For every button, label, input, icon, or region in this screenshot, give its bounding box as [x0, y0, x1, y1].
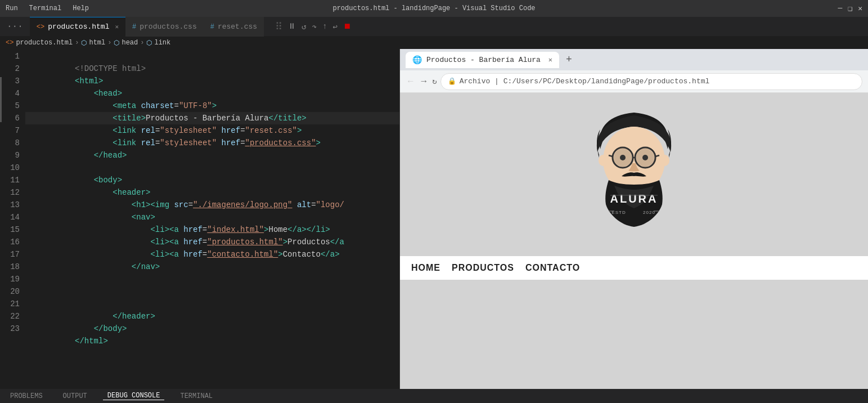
window-controls[interactable]: — ❑ ✕ [838, 4, 862, 13]
browser-toolbar: ← → ↻ 🔒 Archivo | C:/Users/PC/Desktop/la… [400, 70, 868, 93]
browser-tab-bar: 🌐 Productos - Barbería Alura ✕ + [400, 49, 868, 70]
css-file-icon-1: # [132, 23, 136, 31]
toolbar-sep: ⠿ [275, 20, 282, 33]
tab-productos-html[interactable]: <> productos.html ✕ [30, 17, 125, 37]
logo-svg: ALURA ESTD 2020 [578, 104, 690, 250]
code-line-1: <!DOCTYPE html> [25, 50, 399, 62]
tab-overflow[interactable]: ··· [0, 21, 30, 32]
tab-productos-css[interactable]: # productos.css [125, 17, 204, 37]
barber-logo: ALURA ESTD 2020 [578, 104, 690, 250]
browser-pane: 🌐 Productos - Barbería Alura ✕ + ← → ↻ 🔒… [399, 49, 868, 389]
maximize-button[interactable]: ❑ [848, 4, 852, 13]
back-button[interactable]: ← [406, 74, 416, 89]
bottom-tab-debug[interactable]: DEBUG CONSOLE [103, 392, 165, 400]
address-text: Archivo | C:/Users/PC/Desktop/landidngPa… [460, 77, 710, 86]
step-back-icon[interactable]: ↩ [332, 22, 337, 32]
breadcrumb-sep-2: › [107, 39, 111, 47]
nav-contacto[interactable]: CONTACTO [525, 263, 580, 273]
step-over-icon[interactable]: ↷ [312, 22, 317, 32]
debug-toolbar: ⠿ ⏸ ↺ ↷ ↑ ↩ ⏹ [275, 20, 351, 33]
css-file-icon-2: # [210, 23, 214, 31]
new-tab-button[interactable]: + [566, 54, 572, 65]
menu-bar[interactable]: Run Terminal Help [6, 5, 89, 12]
menu-terminal[interactable]: Terminal [29, 5, 62, 12]
breadcrumb-file[interactable]: productos.html [16, 39, 73, 47]
code-line-21: </header> [25, 298, 399, 310]
lock-icon: 🔒 [448, 77, 456, 86]
title-bar: Run Terminal Help productos.html - landi… [0, 0, 868, 17]
breadcrumb-element-icon-3: ⬡ [146, 39, 152, 47]
nav-productos[interactable]: PRODUCTOS [452, 263, 514, 273]
browser-tab-title: Productos - Barbería Alura [426, 56, 541, 64]
breadcrumb-html[interactable]: html [89, 39, 105, 47]
browser-active-tab[interactable]: 🌐 Productos - Barbería Alura ✕ [406, 52, 559, 68]
browser-tab-icon: 🌐 [412, 55, 422, 65]
tab-label-productos-css: productos.css [140, 23, 196, 31]
nav-home[interactable]: HOME [411, 263, 440, 273]
svg-point-8 [620, 155, 626, 160]
scroll-indicator [0, 77, 2, 122]
tab-close-productos-html[interactable]: ✕ [115, 23, 119, 30]
bottom-tab-problems[interactable]: PROBLEMS [6, 392, 47, 400]
bottom-bar: PROBLEMS OUTPUT DEBUG CONSOLE TERMINAL [0, 389, 868, 403]
breadcrumb-sep-1: › [75, 39, 79, 47]
browser-content: ALURA ESTD 2020 [400, 93, 868, 389]
svg-point-9 [642, 155, 648, 160]
pause-icon[interactable]: ⏸ [288, 22, 296, 31]
site-header: ALURA ESTD 2020 [400, 93, 868, 256]
breadcrumb-html-icon: <> [6, 39, 14, 47]
code-line-20 [25, 285, 399, 298]
restart-icon[interactable]: ↺ [302, 22, 306, 32]
bottom-tab-terminal[interactable]: TERMINAL [176, 392, 217, 400]
reload-button[interactable]: ↻ [432, 77, 437, 86]
breadcrumb: <> productos.html › ⬡ html › ⬡ head › ⬡ … [0, 37, 868, 49]
code-editor[interactable]: 12345 678910 1112131415 1617181920 21222… [0, 49, 399, 389]
breadcrumb-head[interactable]: head [122, 39, 138, 47]
breadcrumb-link[interactable]: link [154, 39, 170, 47]
step-out-icon[interactable]: ↑ [322, 22, 327, 31]
tab-label-productos-html: productos.html [48, 23, 109, 31]
breadcrumb-sep-3: › [140, 39, 144, 47]
svg-text:ESTD: ESTD [611, 210, 626, 215]
svg-text:2020: 2020 [643, 210, 655, 215]
svg-point-16 [599, 155, 608, 166]
main-content: 12345 678910 1112131415 1617181920 21222… [0, 49, 868, 389]
stop-icon[interactable]: ⏹ [343, 22, 351, 31]
breadcrumb-element-icon-1: ⬡ [81, 39, 87, 47]
site-nav: HOME PRODUCTOS CONTACTO [400, 256, 868, 280]
code-line-19 [25, 273, 399, 285]
bottom-tab-output[interactable]: OUTPUT [59, 392, 92, 400]
menu-help[interactable]: Help [73, 5, 89, 12]
forward-button[interactable]: → [419, 74, 429, 89]
tab-reset-css[interactable]: # reset.css [204, 17, 264, 37]
minimize-button[interactable]: — [838, 4, 843, 13]
editor-content: 12345 678910 1112131415 1617181920 21222… [0, 49, 399, 335]
close-button[interactable]: ✕ [858, 4, 862, 13]
code-line-10: <body> [25, 162, 399, 174]
window-title: productos.html - landidngPage - Visual S… [332, 5, 535, 12]
svg-point-17 [660, 155, 669, 166]
html-file-icon: <> [37, 23, 44, 31]
breadcrumb-element-icon-2: ⬡ [114, 39, 119, 47]
code-content: <!DOCTYPE html> <html> <head> <meta char… [25, 49, 399, 335]
svg-text:ALURA: ALURA [610, 192, 658, 205]
line-numbers: 12345 678910 1112131415 1617181920 21222… [0, 49, 25, 335]
menu-run[interactable]: Run [6, 5, 18, 12]
tab-label-reset-css: reset.css [218, 23, 257, 31]
address-bar[interactable]: 🔒 Archivo | C:/Users/PC/Desktop/landidng… [440, 73, 862, 90]
tab-bar: ··· <> productos.html ✕ # productos.css … [0, 17, 868, 37]
browser-tab-close[interactable]: ✕ [548, 56, 552, 64]
